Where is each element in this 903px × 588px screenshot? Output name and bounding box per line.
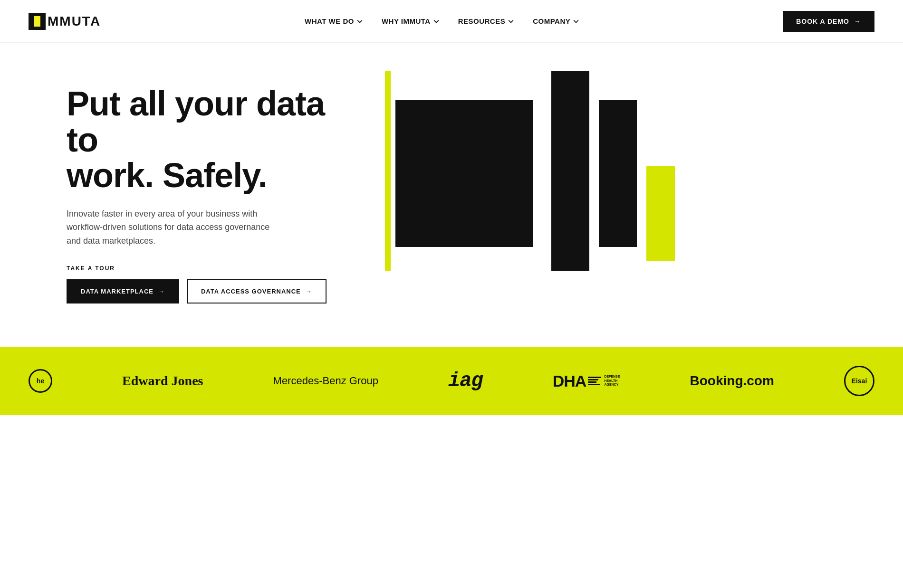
hero-block-2	[551, 71, 589, 271]
nav-link-company[interactable]: COMPANY	[533, 17, 579, 25]
logo-bar: he Edward Jones Mercedes-Benz Group iag …	[0, 347, 903, 415]
logo[interactable]: MMUTA	[29, 13, 101, 30]
logo-booking: Booking.com	[690, 373, 774, 389]
dha-lines	[588, 377, 601, 385]
nav-link-why-immuta[interactable]: WHY IMMUTA	[382, 17, 439, 25]
hero-buttons: DATA MARKETPLACE → DATA ACCESS GOVERNANC…	[67, 279, 342, 303]
hero-yellow-block	[646, 166, 675, 261]
hero-block-3	[599, 100, 637, 247]
logo-eisai: Eisai	[844, 366, 874, 396]
hero-subtext: Innovate faster in every area of your bu…	[67, 207, 285, 248]
chevron-down-icon	[433, 19, 439, 24]
nav-item-company[interactable]: COMPANY	[533, 17, 579, 25]
hero-content: Put all your data to work. Safely. Innov…	[67, 86, 342, 303]
book-demo-button[interactable]: BOOK A DEMO →	[783, 11, 874, 32]
chevron-down-icon	[357, 19, 363, 24]
logo-icon	[29, 13, 46, 30]
hero-heading: Put all your data to work. Safely.	[67, 86, 342, 194]
nav-item-resources[interactable]: RESOURCES	[458, 17, 514, 25]
logo-edward-jones: Edward Jones	[122, 373, 203, 389]
logo-partial: he	[29, 369, 52, 393]
nav-item-what-we-do[interactable]: WHAT WE DO	[305, 17, 363, 25]
hero-block-1	[395, 100, 533, 247]
yellow-vertical-line	[385, 71, 391, 271]
logo-dha: DHA DEFENSEHEALTHAGENCY	[553, 372, 620, 390]
hero-section: Put all your data to work. Safely. Innov…	[0, 43, 903, 347]
logo-iag: iag	[448, 370, 483, 392]
nav-link-what-we-do[interactable]: WHAT WE DO	[305, 17, 363, 25]
nav-item-why-immuta[interactable]: WHY IMMUTA	[382, 17, 439, 25]
logo-icon-inner	[34, 16, 40, 27]
hero-visual	[371, 71, 874, 318]
take-a-tour-label: TAKE A TOUR	[67, 265, 342, 272]
chevron-down-icon	[508, 19, 514, 24]
logo-text: MMUTA	[48, 14, 101, 29]
data-access-governance-button[interactable]: DATA ACCESS GOVERNANCE →	[187, 279, 327, 303]
logo-mercedes: Mercedes-Benz Group	[273, 375, 378, 387]
nav-link-resources[interactable]: RESOURCES	[458, 17, 514, 25]
nav-links: WHAT WE DO WHY IMMUTA RESOURCES	[305, 17, 579, 25]
navigation: MMUTA WHAT WE DO WHY IMMUTA RESOURCES	[0, 0, 903, 43]
chevron-down-icon	[573, 19, 579, 24]
data-marketplace-button[interactable]: DATA MARKETPLACE →	[67, 279, 179, 303]
